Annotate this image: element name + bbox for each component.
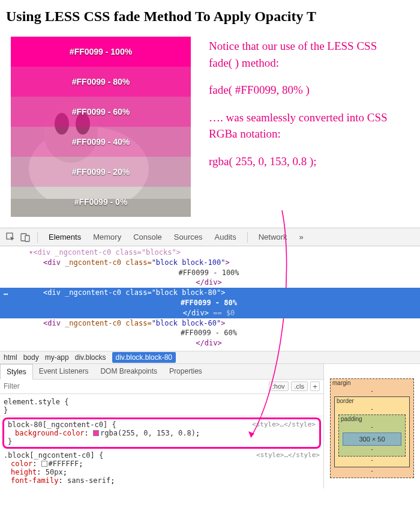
devtools-panel: Elements Memory Console Sources Audits N… [0, 228, 420, 488]
device-toggle-icon[interactable] [18, 230, 32, 244]
tab-memory[interactable]: Memory [87, 228, 127, 246]
subtab-dombreakpoints[interactable]: DOM Breakpoints [94, 363, 163, 379]
dom-line[interactable]: <div _ngcontent-c0 class="block block-10… [0, 258, 420, 268]
filter-input[interactable] [4, 382, 266, 390]
dom-text-selected[interactable]: #FF0099 - 80% [0, 298, 420, 308]
annotation-p3: …. was seamlessly converted into CSS RGB… [209, 109, 401, 142]
upper-section: #FF0099 - 100% #FF0099 - 80% #FF0099 - 6… [0, 31, 420, 223]
dom-line[interactable]: </div> [0, 278, 420, 288]
annotation: Notice that our use of the LESS CSS fade… [209, 37, 401, 217]
dom-line[interactable]: </div> [0, 338, 420, 348]
cls-toggle[interactable]: .cls [291, 381, 308, 391]
dom-line-selected[interactable]: </div> == $0 [0, 308, 420, 318]
dom-tree[interactable]: ▾<div _ngcontent-c0 class="blocks"> <div… [0, 246, 420, 351]
color-swatch[interactable] [93, 430, 99, 436]
box-margin[interactable]: margin - border - padding - 300 × 50 - -… [330, 378, 414, 478]
dom-line-selected[interactable]: …<div _ngcontent-c0 class="block block-8… [0, 288, 420, 298]
color-swatch[interactable] [41, 461, 47, 467]
devtools-tabbar: Elements Memory Console Sources Audits N… [0, 228, 420, 246]
tab-network[interactable]: Network [253, 228, 293, 246]
add-rule-button[interactable]: + [310, 381, 320, 391]
annotation-p2: fade( #FF0099, 80% ) [209, 82, 401, 99]
subtab-eventlisteners[interactable]: Event Listeners [33, 363, 95, 379]
svg-rect-8 [25, 235, 29, 241]
tab-audits[interactable]: Audits [209, 228, 242, 246]
tab-console[interactable]: Console [127, 228, 168, 246]
box-border[interactable]: border - padding - 300 × 50 - - [334, 396, 410, 467]
box-padding[interactable]: padding - 300 × 50 - [338, 414, 406, 457]
box-model: margin - border - padding - 300 × 50 - -… [324, 364, 420, 488]
page-title: Using LESS CSS fade Method To Apply Opac… [0, 0, 420, 31]
stripe-100: #FF0099 - 100% [11, 37, 191, 67]
styles-subtabs: Styles Event Listeners DOM Breakpoints P… [0, 364, 323, 380]
subtab-properties[interactable]: Properties [163, 363, 208, 379]
annotation-p1: Notice that our use of the LESS CSS fade… [209, 38, 401, 71]
annotation-p4: rgba( 255, 0, 153, 0.8 ); [209, 153, 401, 170]
subtab-styles[interactable]: Styles [0, 364, 33, 380]
rule-origin[interactable]: <style>…</style> [256, 451, 320, 459]
demo-box: #FF0099 - 100% #FF0099 - 80% #FF0099 - 6… [11, 37, 191, 217]
crumb-myapp[interactable]: my-app [45, 353, 69, 362]
crumb-body[interactable]: body [23, 353, 39, 362]
crumb-html[interactable]: html [4, 353, 17, 362]
rule-block-80[interactable]: <style>…</style> block-80[_ngcontent-c0]… [2, 417, 321, 449]
dom-line[interactable]: ▾<div _ngcontent-c0 class="blocks"> [0, 247, 420, 258]
hov-toggle[interactable]: :hov [269, 381, 289, 391]
styles-panel: Styles Event Listeners DOM Breakpoints P… [0, 364, 420, 488]
stripe-60: #FF0099 - 60% [11, 97, 191, 127]
stripe-80: #FF0099 - 80% [11, 67, 191, 97]
tab-more[interactable]: » [293, 228, 309, 246]
dom-text[interactable]: #FF0099 - 100% [0, 268, 420, 278]
crumb-blocks[interactable]: div.blocks [75, 353, 106, 362]
breadcrumb: html body my-app div.blocks div.block.bl… [0, 351, 420, 364]
filter-row: :hov .cls + [0, 380, 323, 394]
stripe-0: #FF0099 - 0% [11, 187, 191, 217]
inspect-icon[interactable] [4, 230, 18, 244]
stripe-20: #FF0099 - 20% [11, 157, 191, 187]
dom-line[interactable]: <div _ngcontent-c0 class="block block-60… [0, 318, 420, 329]
rule-origin[interactable]: <style>…</style> [252, 420, 316, 428]
dom-text[interactable]: #FF0099 - 60% [0, 328, 420, 338]
tab-elements[interactable]: Elements [43, 228, 87, 246]
stripe-40: #FF0099 - 40% [11, 127, 191, 157]
crumb-selected[interactable]: div.block.block-80 [112, 352, 176, 363]
rule-block[interactable]: <style>…</style> .block[_ngcontent-c0] {… [0, 450, 323, 486]
tab-sources[interactable]: Sources [168, 228, 209, 246]
box-content[interactable]: 300 × 50 [343, 432, 401, 446]
css-rules: element.style { } <style>…</style> block… [0, 394, 323, 488]
rule-element-style[interactable]: element.style { } [0, 396, 323, 416]
